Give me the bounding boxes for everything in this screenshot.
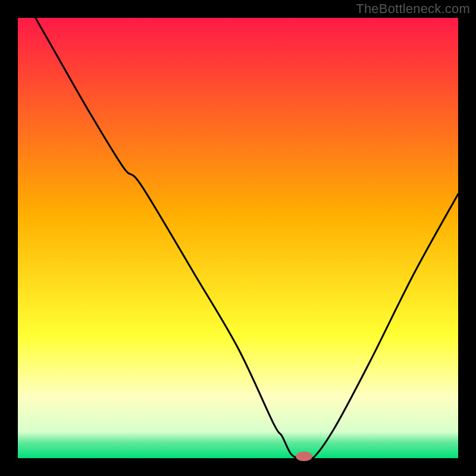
- chart-container: TheBottleneck.com: [0, 0, 476, 476]
- bottleneck-chart: [0, 0, 476, 476]
- watermark-text: TheBottleneck.com: [356, 1, 470, 17]
- optimal-marker: [296, 452, 312, 461]
- plot-background: [18, 18, 458, 458]
